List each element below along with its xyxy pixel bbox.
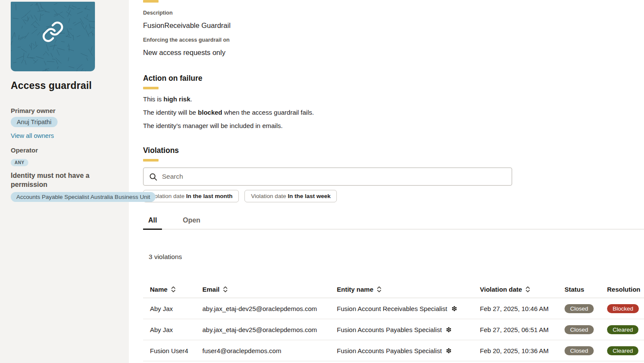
primary-owner-label: Primary owner [11,107,55,114]
description-value: FusionReceivable Guardrail [143,21,644,30]
resolution: Cleared [607,325,644,334]
table-row[interactable]: Fusion User4fuser4@oraclepdemos.comFusio… [143,340,644,361]
section-accent-bar [143,87,159,89]
column-header-status: Status [565,286,607,293]
entity-name-text: Fusion Accounts Payables Specialist [337,326,442,333]
resolution: Blocked [607,304,644,313]
risk-line: This is high risk. [143,95,644,103]
column-label: Name [150,286,168,293]
column-label: Violation date [480,286,522,293]
enforcing-value: New access requests only [143,49,644,57]
link-icon [42,21,64,43]
cell-entity-name: Fusion Accounts Payables Specialist [337,347,480,354]
sidebar: Access guardrail Primary owner Anuj Trip… [0,0,129,363]
status: Closed [565,325,607,334]
condition-permission-chip[interactable]: Accounts Payable Specialist Australia Bu… [11,192,156,202]
filter-label: Violation date [251,193,287,199]
column-header-email[interactable]: Email [202,286,337,293]
entity-name-text: Fusion Account Receivables Specialist [337,305,447,312]
search-icon [149,172,158,181]
blocked-line: The identity will be blocked when the ac… [143,109,644,116]
resolution-badge: Cleared [607,325,638,334]
violations-count: 3 violations [149,253,644,261]
operator-label: Operator [11,146,38,154]
table-header-row: NameEmailEntity nameViolation dateStatus… [143,281,644,298]
tab-all[interactable]: All [143,215,162,229]
cell-name: Fusion User4 [150,347,202,354]
cell-name: Aby Jax [150,326,202,333]
permission-cluster-icon [446,326,452,333]
table-row[interactable]: Aby Jaxaby.jax_etaj-dev25@oraclepdemos.c… [143,298,644,319]
sort-icon[interactable] [525,286,531,293]
tab-open[interactable]: Open [177,215,205,229]
cell-email: fuser4@oraclepdemos.com [202,347,337,354]
resolution: Cleared [607,346,644,355]
enforcing-label: Enforcing the access guardrail on [143,37,644,43]
column-header-name[interactable]: Name [150,286,202,293]
column-header-entity-name[interactable]: Entity name [337,286,480,293]
filter-chip[interactable]: Violation date In the last month [143,190,239,202]
filter-value: In the last week [288,193,331,199]
column-header-resolution: Resolution [607,286,644,293]
resolution-badge: Cleared [607,346,638,355]
permission-cluster-icon [446,348,452,354]
filter-chip-row: Violation date In the last monthViolatio… [143,190,644,202]
cell-email: aby.jax_etaj-dev25@oraclepdemos.com [202,326,337,333]
page-title: Access guardrail [11,80,92,92]
status-badge: Closed [565,346,594,355]
table-row[interactable]: Aby Jaxaby.jax_etaj-dev25@oraclepdemos.c… [143,319,644,340]
column-label: Email [202,286,220,293]
entity-name-text: Fusion Accounts Payables Specialist [337,347,442,354]
cell-violation-date: Feb 27, 2025, 06:51 AM [480,326,565,333]
operator-chip: ANY [11,159,28,166]
condition-heading: Identity must not have a permission [11,171,112,189]
status: Closed [565,346,607,355]
column-label: Resolution [607,286,641,293]
status-badge: Closed [565,325,594,334]
sort-icon[interactable] [376,286,382,293]
filter-chip[interactable]: Violation date In the last week [244,190,337,202]
violations-table: NameEmailEntity nameViolation dateStatus… [143,281,644,361]
sort-icon[interactable] [171,286,176,293]
violations-heading: Violations [143,146,644,155]
status: Closed [565,304,607,313]
manager-line: The identity’s manager will be included … [143,122,644,129]
guardrail-tile-image [11,2,95,71]
permission-cluster-icon [451,305,458,312]
column-label: Status [565,286,584,293]
search-input[interactable] [162,173,507,180]
status-badge: Closed [565,304,594,313]
cell-violation-date: Feb 20, 2025, 10:36 AM [480,347,565,354]
sort-icon[interactable] [223,286,228,293]
section-accent-bar [143,0,159,3]
column-label: Entity name [337,286,373,293]
violations-tabs: AllOpen [143,215,644,229]
cell-email: aby.jax_etaj-dev25@oraclepdemos.com [202,305,337,312]
section-accent-bar [143,159,159,162]
cell-entity-name: Fusion Accounts Payables Specialist [337,326,480,333]
filter-value: In the last month [186,193,232,199]
column-header-violation-date[interactable]: Violation date [480,286,565,293]
cell-name: Aby Jax [150,305,202,312]
resolution-badge: Blocked [607,304,639,313]
primary-owner-chip[interactable]: Anuj Tripathi [11,117,58,127]
description-label: Description [143,10,644,16]
main-content: Description FusionReceivable Guardrail E… [143,0,644,361]
cell-violation-date: Feb 27, 2025, 10:46 AM [480,305,565,312]
cell-entity-name: Fusion Account Receivables Specialist [337,305,480,312]
table-body: Aby Jaxaby.jax_etaj-dev25@oraclepdemos.c… [143,298,644,361]
violations-search[interactable] [143,168,512,186]
action-on-failure-heading: Action on failure [143,74,644,83]
view-all-owners-link[interactable]: View all owners [11,132,54,139]
